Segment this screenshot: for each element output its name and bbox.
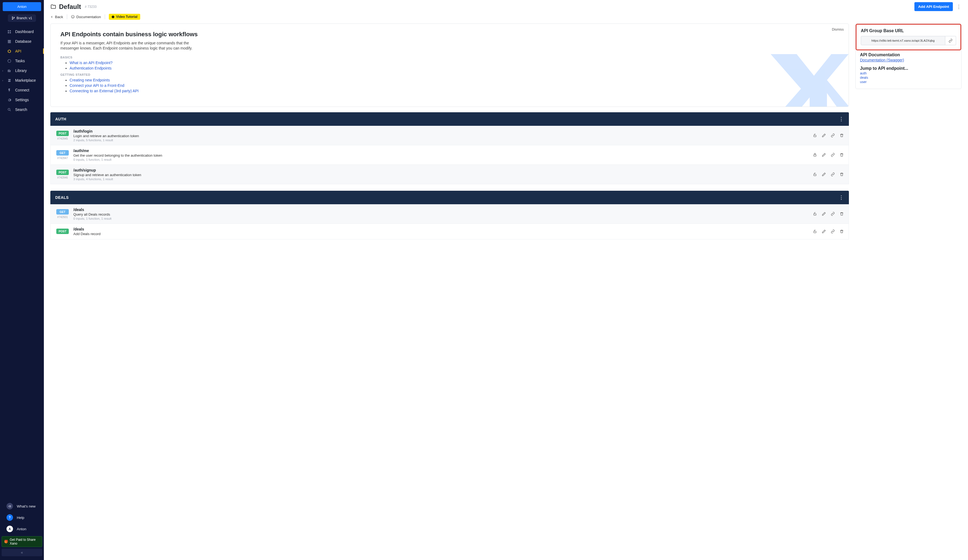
jump-link-auth[interactable]: auth: [860, 71, 957, 75]
delete-icon[interactable]: [840, 230, 844, 233]
nav-item-api[interactable]: API: [0, 46, 44, 56]
workspace-button[interactable]: Anton: [3, 2, 41, 11]
jump-link-deals[interactable]: deals: [860, 76, 957, 79]
avatar: A: [7, 525, 13, 532]
whats-new-link[interactable]: What's new: [0, 501, 44, 512]
endpoint-meta: 0 inputs, 1 function, 1 result: [73, 158, 809, 161]
svg-rect-17: [814, 135, 816, 137]
info-link[interactable]: Connect your API to a Front-End: [70, 83, 124, 88]
method-badge: GET: [56, 150, 69, 155]
lock-icon[interactable]: [813, 133, 817, 137]
collapse-sidebar-button[interactable]: «: [2, 548, 42, 556]
info-link[interactable]: Creating new Endpoints: [70, 78, 110, 82]
nav-label: Library: [15, 68, 27, 73]
link-icon[interactable]: [831, 230, 835, 233]
base-url-field[interactable]: https://x8ki-letl-twmt.n7.xano.io/api:3L…: [861, 36, 945, 45]
nav-label: Settings: [15, 97, 29, 102]
video-tutorial-button[interactable]: Video Tutorial: [109, 14, 140, 20]
nav-label: Tasks: [15, 59, 25, 63]
method-badge: POST: [56, 229, 69, 234]
endpoint-row[interactable]: POST/dealsAdd Deals record: [50, 224, 849, 240]
lock-icon[interactable]: [813, 230, 817, 233]
info-link[interactable]: Authentication Endpoints: [70, 66, 111, 70]
endpoint-description: Signup and retrieve an authentication to…: [73, 173, 809, 177]
copy-url-button[interactable]: [945, 36, 956, 45]
info-link[interactable]: What is an API Endpoint?: [70, 61, 113, 65]
whats-new-label: What's new: [17, 504, 35, 508]
edit-icon[interactable]: [822, 172, 826, 177]
nav-label: Marketplace: [15, 78, 36, 83]
edit-icon[interactable]: [822, 133, 826, 137]
delete-icon[interactable]: [840, 153, 844, 157]
endpoint-description: Get the user record belonging to the aut…: [73, 154, 809, 157]
lock-icon[interactable]: [813, 172, 817, 177]
endpoint-row[interactable]: POST#742846/auth/signupSignup and retrie…: [50, 165, 849, 184]
endpoint-id: #742931: [55, 216, 70, 219]
nav-item-settings[interactable]: Settings: [0, 95, 44, 105]
tasks-icon: [7, 59, 12, 63]
edit-icon[interactable]: [822, 212, 826, 216]
branch-selector[interactable]: Branch: v1: [8, 14, 36, 22]
lock-icon[interactable]: [813, 212, 817, 216]
link-icon[interactable]: [831, 153, 835, 157]
info-icon: [71, 15, 75, 19]
nav-item-dashboard[interactable]: Dashboard: [0, 27, 44, 36]
endpoint-row[interactable]: POST#742845/auth/loginLogin and retrieve…: [50, 126, 849, 145]
edit-icon[interactable]: [822, 230, 826, 233]
delete-icon[interactable]: [840, 172, 844, 177]
settings-icon: [7, 97, 12, 102]
user-menu[interactable]: A Anton: [0, 523, 44, 535]
branch-label: Branch: v1: [17, 16, 32, 20]
gift-icon: 🎁: [4, 540, 8, 543]
back-link[interactable]: Back: [50, 15, 63, 19]
svg-point-2: [14, 17, 15, 18]
svg-rect-8: [8, 41, 10, 42]
documentation-link[interactable]: Documentation: [71, 15, 101, 19]
folder-icon: [50, 4, 56, 10]
nav-item-marketplace[interactable]: ›Marketplace: [0, 76, 44, 85]
nav-item-library[interactable]: ›Library: [0, 66, 44, 76]
group-menu-button[interactable]: ⋮: [839, 116, 844, 122]
nav-item-tasks[interactable]: Tasks: [0, 56, 44, 66]
svg-point-0: [12, 17, 13, 18]
svg-rect-11: [8, 69, 8, 72]
info-link[interactable]: Connecting to an External (3rd party) AP…: [70, 89, 139, 93]
svg-point-14: [8, 108, 10, 111]
more-menu-button[interactable]: ⋮: [956, 4, 961, 10]
nav-label: API: [15, 49, 22, 53]
share-xano-button[interactable]: 🎁 Get Paid to Share Xano: [2, 536, 42, 547]
group-menu-button[interactable]: ⋮: [839, 195, 844, 200]
svg-rect-3: [8, 30, 9, 31]
method-badge: POST: [56, 131, 69, 136]
lock-icon[interactable]: [813, 153, 817, 157]
help-link[interactable]: ? Help: [0, 512, 44, 523]
endpoint-row[interactable]: GET#742847/auth/meGet the user record be…: [50, 145, 849, 165]
link-icon[interactable]: [831, 133, 835, 137]
method-badge: POST: [56, 170, 69, 175]
info-title: API Endpoints contain business logic wor…: [60, 31, 839, 38]
dismiss-button[interactable]: Dismiss: [832, 28, 844, 31]
link-icon[interactable]: [831, 212, 835, 216]
endpoint-meta: 2 inputs, 5 functions, 1 result: [73, 139, 809, 142]
nav-item-search[interactable]: Search: [0, 105, 44, 114]
nav-item-connect[interactable]: Connect: [0, 85, 44, 95]
delete-icon[interactable]: [840, 212, 844, 216]
documentation-label: Documentation: [76, 15, 101, 19]
back-label: Back: [55, 15, 63, 19]
endpoint-group-auth: AUTH⋮POST#742845/auth/loginLogin and ret…: [50, 112, 849, 184]
nav-item-database[interactable]: Database: [0, 36, 44, 46]
swagger-link[interactable]: Documentation (Swagger): [860, 58, 904, 62]
add-api-endpoint-button[interactable]: Add API Endpoint: [914, 2, 953, 11]
user-label: Anton: [17, 527, 26, 531]
edit-icon[interactable]: [822, 153, 826, 157]
endpoint-row[interactable]: GET#742931/dealsQuery all Deals records0…: [50, 204, 849, 224]
group-header: AUTH⋮: [50, 112, 849, 126]
nav: DashboardDatabaseAPITasks›Library›Market…: [0, 27, 44, 114]
jump-link-user[interactable]: user: [860, 80, 957, 84]
delete-icon[interactable]: [840, 133, 844, 137]
connect-icon: [7, 88, 12, 92]
link-icon[interactable]: [831, 172, 835, 177]
endpoint-meta: 0 inputs, 1 function, 1 result: [73, 217, 809, 220]
endpoint-id: #742847: [55, 157, 70, 160]
branch-icon: [12, 17, 15, 20]
